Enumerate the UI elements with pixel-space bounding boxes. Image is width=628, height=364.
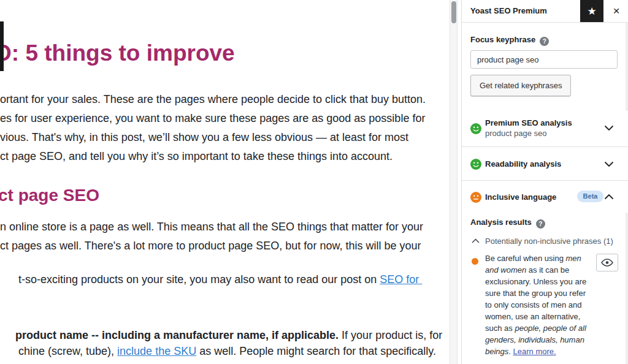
analysis-results-label: Analysis results? — [470, 218, 545, 229]
smiley-good-icon — [470, 123, 481, 134]
focus-keyphrase-input[interactable] — [470, 50, 618, 69]
readability-analysis-section[interactable]: Readability analysis — [462, 147, 628, 181]
section-heading: ct page SEO — [0, 184, 99, 207]
paragraph-text: t-so-exciting products on your site, you… — [18, 273, 380, 286]
paragraph-line: n online store is a page as well. This m… — [0, 219, 423, 234]
help-icon[interactable]: ? — [540, 37, 549, 46]
premium-seo-analysis-section[interactable]: Premium SEO analysis product page seo — [462, 111, 628, 147]
close-icon: × — [613, 4, 619, 17]
non-inclusive-phrases-toggle[interactable]: Potentially non-inclusive phrases (1) — [462, 235, 628, 248]
paragraph-line: of the product. Most of the time, this i… — [0, 350, 429, 364]
close-sidebar-button[interactable]: × — [609, 4, 624, 18]
paragraph-line: es for user experience, you want to make… — [0, 111, 425, 126]
section-label: Premium SEO analysis — [485, 118, 572, 127]
help-icon[interactable]: ? — [536, 219, 545, 229]
beta-badge: Beta — [577, 191, 603, 202]
focus-keyphrase-label: Focus keyphrase? — [470, 35, 549, 46]
app-window: O: 5 things to improve ortant for your s… — [0, 0, 628, 364]
star-icon: ★ — [587, 5, 596, 18]
highlight-phrase-button[interactable] — [596, 254, 618, 271]
section-label: Readability analysis — [485, 159, 561, 169]
status-dot-ok — [472, 258, 478, 265]
chevron-up-icon — [472, 238, 480, 243]
chevron-up-icon — [604, 194, 614, 200]
sidebar-title: Yoast SEO Premium — [470, 0, 547, 22]
section-label: Inclusive language — [485, 192, 556, 202]
learn-more-link[interactable]: Learn more. — [513, 347, 556, 356]
pin-plugin-button[interactable]: ★ — [580, 0, 603, 22]
chevron-down-icon — [604, 161, 614, 167]
chevron-down-icon — [604, 125, 614, 131]
paragraph-line: t-so-exciting products on your site, you… — [0, 257, 422, 301]
analysis-result-text: Be careful when using men and women as i… — [485, 252, 594, 357]
eye-icon — [601, 259, 613, 267]
paragraph-line: ct page SEO, and tell you why it’s so im… — [0, 149, 392, 164]
group-label: Potentially non-inclusive phrases (1) — [485, 237, 613, 246]
editor-content: O: 5 things to improve ortant for your s… — [0, 0, 450, 364]
yoast-seo-sidebar: Yoast SEO Premium ★ × Focus keyphrase? G… — [461, 0, 628, 364]
main-scrollbar-track — [450, 0, 458, 364]
main-scrollbar-thumb[interactable] — [451, 1, 456, 23]
smiley-ok-icon — [470, 192, 481, 203]
paragraph-line: ct pages as well. There's a lot more to … — [0, 238, 421, 253]
inclusive-language-section[interactable]: Inclusive language Beta — [462, 181, 628, 213]
sidebar-header: Yoast SEO Premium ★ × — [462, 0, 628, 23]
paragraph-line: vious. That's why, in this post, we’ll s… — [0, 130, 408, 145]
section-subtitle: product page seo — [485, 129, 546, 138]
smiley-good-icon — [470, 159, 481, 170]
left-clipped-element — [0, 21, 4, 71]
get-related-keyphrases-button[interactable]: Get related keyphrases — [470, 75, 571, 96]
paragraph-line: ortant for your sales. These are the pag… — [0, 92, 426, 107]
seo-for-beginners-link[interactable]: SEO for — [380, 273, 422, 286]
post-title: O: 5 things to improve — [0, 39, 235, 67]
